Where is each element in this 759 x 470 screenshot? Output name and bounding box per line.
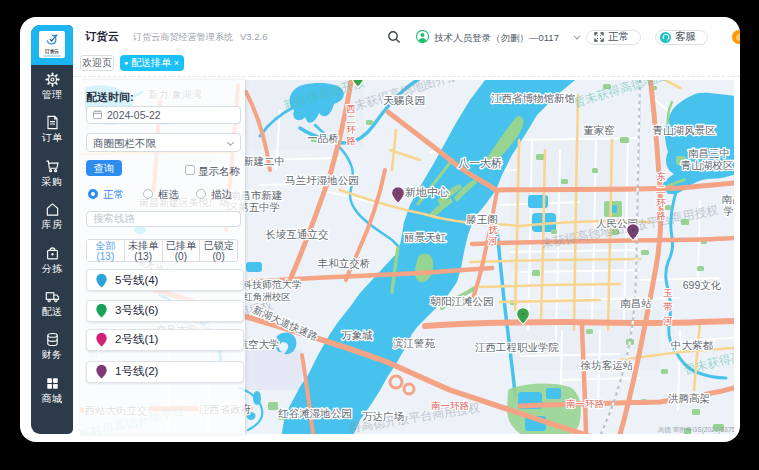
svg-text:红角洲校区: 红角洲校区	[243, 291, 291, 302]
svg-text:徐坊客运站: 徐坊客运站	[580, 359, 634, 371]
svg-text:高德 审图号GS(2021)6375号: 高德 审图号GS(2021)6375号	[658, 426, 734, 434]
svg-text:699文化: 699文化	[683, 279, 722, 291]
svg-text:天赐良园: 天赐良园	[383, 94, 425, 106]
svg-text:万象城: 万象城	[341, 329, 373, 341]
svg-text:南一环路: 南一环路	[566, 398, 605, 409]
svg-text:南昌三中: 南昌三中	[688, 147, 730, 159]
svg-text:抚河: 抚河	[487, 224, 498, 246]
svg-text:科技师范大学: 科技师范大学	[242, 279, 302, 290]
svg-text:玉带河: 玉带河	[662, 287, 673, 326]
svg-text:丽景天虹: 丽景天虹	[404, 231, 447, 243]
svg-text:新地中心: 新地中心	[405, 186, 449, 198]
svg-text:中大紫都: 中大紫都	[671, 339, 714, 351]
svg-text:万达广场: 万达广场	[362, 410, 404, 422]
svg-text:南昌站: 南昌站	[620, 297, 652, 309]
svg-text:江西工程职业学院: 江西工程职业学院	[475, 341, 560, 353]
svg-text:朝阳江滩公园: 朝阳江滩公园	[430, 295, 494, 307]
svg-text:洪腾高架: 洪腾高架	[668, 392, 710, 404]
svg-text:长堎互通立交: 长堎互通立交	[266, 228, 329, 240]
svg-text:南昌: 南昌	[722, 193, 735, 205]
svg-text:马兰圩湿地公园: 马兰圩湿地公园	[285, 174, 359, 186]
svg-text:新建二中: 新建二中	[243, 155, 285, 167]
svg-text:红谷滩湿地公园: 红谷滩湿地公园	[277, 407, 352, 419]
svg-text:滨江警苑: 滨江警苑	[393, 337, 436, 349]
svg-text:江西省博物馆新馆: 江西省博物馆新馆	[491, 92, 576, 104]
svg-text:丰和立交桥: 丰和立交桥	[317, 257, 371, 269]
svg-text:一品桥: 一品桥	[307, 132, 339, 144]
svg-text:青山湖风景区: 青山湖风景区	[653, 124, 717, 136]
svg-text:南一环路: 南一环路	[431, 400, 470, 411]
svg-text:青山湖校区: 青山湖校区	[681, 159, 734, 171]
svg-text:西二环路: 西二环路	[346, 103, 356, 146]
svg-text:八一大桥: 八一大桥	[458, 157, 502, 169]
svg-text:董家窑: 董家窑	[583, 124, 615, 136]
svg-text:学校: 学校	[724, 205, 735, 217]
